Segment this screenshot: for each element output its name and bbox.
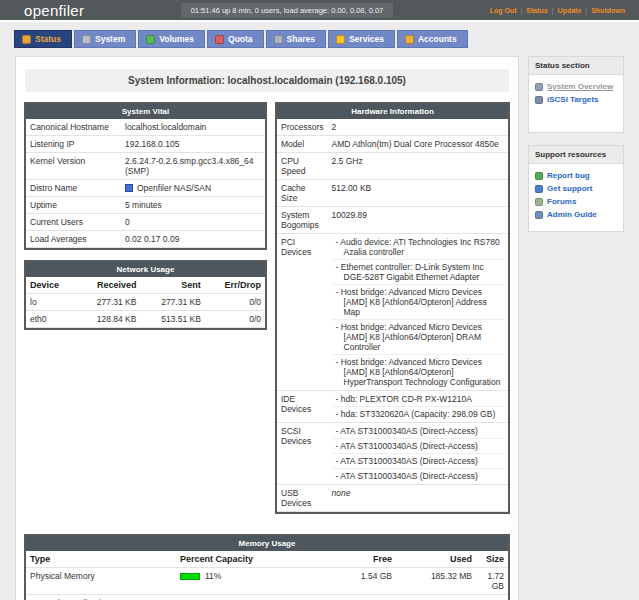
tab-label: System: [95, 34, 125, 44]
column-header: Size: [476, 551, 508, 568]
tab-label: Quota: [228, 34, 253, 44]
row-value: 0.02 0.17 0.09: [121, 231, 265, 248]
hardware-info-title: Hardware Information: [277, 104, 508, 119]
table-row: PCI Devices- Audio device: ATI Technolog…: [277, 234, 508, 391]
cell: 277.31 KB: [76, 294, 140, 311]
tab-status[interactable]: Status: [14, 30, 72, 48]
device-entry: - Host bridge: Advanced Micro Devices [A…: [332, 355, 504, 389]
openfiler-distro-icon: [125, 184, 133, 192]
system-vital-title: System Vital: [26, 104, 265, 119]
link-separator: |: [521, 7, 523, 14]
tab-volumes[interactable]: Volumes: [138, 30, 205, 48]
row-value: - ATA ST31000340AS (Direct-Access)- ATA …: [328, 423, 508, 485]
main-panel: System Information: localhost.localdomai…: [15, 56, 519, 600]
free-value: [326, 595, 396, 600]
sidebar-item-report-bug[interactable]: Report bug: [529, 169, 623, 182]
cell: eth0: [26, 311, 76, 328]
row-label: Model: [277, 136, 328, 153]
row-label: Distro Name: [26, 180, 121, 197]
tab-system[interactable]: System: [74, 30, 136, 48]
column-header: Device: [26, 277, 76, 294]
tab-shares[interactable]: Shares: [266, 30, 326, 48]
row-value: 2: [328, 119, 508, 136]
row-value: 2.6.24.7-0.2.6.smp.gcc3.4.x86_64 (SMP): [121, 153, 265, 180]
device-entry: - Ethernet controller: D-Link System Inc…: [332, 260, 504, 285]
tab-label: Accounts: [418, 34, 457, 44]
table-row: Cache Size512.00 KB: [277, 180, 508, 207]
status-section-title: Status section: [529, 57, 623, 75]
column-header: Err/Drop: [205, 277, 265, 294]
support-resources-box: Support resources Report bugGet supportF…: [528, 145, 624, 232]
sidebar-item-system-overview[interactable]: System Overview: [529, 80, 623, 93]
cell: 513.51 KB: [140, 311, 204, 328]
sidebar-item-get-support[interactable]: Get support: [529, 182, 623, 195]
get-support-icon: [535, 185, 543, 193]
system-overview-icon: [535, 83, 543, 91]
row-label: SCSI Devices: [277, 423, 328, 485]
column-header: Received: [76, 277, 140, 294]
tab-accounts[interactable]: Accounts: [397, 30, 468, 48]
sidebar-item-label: Forums: [547, 197, 576, 206]
table-row: Uptime5 minutes: [26, 197, 265, 214]
table-row: Canonical Hostnamelocalhost.localdomain: [26, 119, 265, 136]
table-row: Listening IP192.168.0.105: [26, 136, 265, 153]
admin-guide-icon: [535, 211, 543, 219]
top-bar: openfiler 01:51:46 up 8 min, 0 users, lo…: [0, 0, 639, 22]
row-value: 2.5 GHz: [328, 153, 508, 180]
table-row: IDE Devices- hdb: PLEXTOR CD-R PX-W1210A…: [277, 391, 508, 423]
memory-type: Physical Memory: [26, 568, 176, 595]
shutdown-link[interactable]: Shutdown: [591, 7, 625, 14]
log-out-link[interactable]: Log Out: [490, 7, 517, 14]
shares-tab-icon: [274, 35, 283, 44]
page-title: System Information: localhost.localdomai…: [25, 69, 509, 92]
device-entry: - ATA ST31000340AS (Direct-Access): [332, 439, 504, 454]
cell: lo: [26, 294, 76, 311]
update-link[interactable]: Update: [558, 7, 582, 14]
column-header: Percent Capacity: [176, 551, 326, 568]
cell: 0/0: [205, 294, 265, 311]
row-value: AMD Athlon(tm) Dual Core Processor 4850e: [328, 136, 508, 153]
sidebar-item-iscsi-targets[interactable]: iSCSI Targets: [529, 93, 623, 106]
table-row: lo277.31 KB277.31 KB0/0: [26, 294, 265, 311]
main-tab-bar: StatusSystemVolumesQuotaSharesServicesAc…: [0, 22, 639, 48]
memory-usage-title: Memory Usage: [26, 536, 508, 551]
sidebar-item-admin-guide[interactable]: Admin Guide: [529, 208, 623, 221]
row-value: none: [328, 485, 508, 512]
device-entry: - ATA ST31000340AS (Direct-Access): [332, 469, 504, 483]
table-row: USB Devicesnone: [277, 485, 508, 512]
row-label: System Bogomips: [277, 207, 328, 234]
size-value: 1.72 GB: [476, 568, 508, 595]
row-value: 5 minutes: [121, 197, 265, 214]
accounts-tab-icon: [405, 35, 414, 44]
status-tab-icon: [22, 35, 31, 44]
status-link[interactable]: Status: [526, 7, 547, 14]
table-row: Physical Memory11%1.54 GB185.32 MB1.72 G…: [26, 568, 508, 595]
row-label: Processors: [277, 119, 328, 136]
row-label: USB Devices: [277, 485, 328, 512]
row-label: Listening IP: [26, 136, 121, 153]
column-header: Type: [26, 551, 176, 568]
device-entry: - ATA ST31000340AS (Direct-Access): [332, 424, 504, 439]
device-entry: - Host bridge: Advanced Micro Devices [A…: [332, 320, 504, 355]
openfiler-logo: openfiler: [24, 2, 84, 19]
device-entry: - hda: ST3320620A (Capacity: 298.09 GB): [332, 407, 504, 421]
row-label: Load Averages: [26, 231, 121, 248]
table-row: CPU Speed2.5 GHz: [277, 153, 508, 180]
support-resources-title: Support resources: [529, 146, 623, 164]
network-usage-box: Network Usage DeviceReceivedSentErr/Drop…: [24, 260, 267, 330]
top-links: Log Out|Status|Update|Shutdown: [490, 7, 625, 14]
sidebar-item-forums[interactable]: Forums: [529, 195, 623, 208]
content-layout: System Information: localhost.localdomai…: [15, 56, 624, 600]
column-header: Used: [396, 551, 476, 568]
uptime-status: 01:51:46 up 8 min, 0 users, load average…: [181, 3, 394, 18]
table-row: System Bogomips10029.89: [277, 207, 508, 234]
tab-quota[interactable]: Quota: [207, 30, 264, 48]
device-entry: - Audio device: ATI Technologies Inc RS7…: [332, 235, 504, 260]
tab-label: Volumes: [159, 34, 194, 44]
forums-icon: [535, 198, 543, 206]
tab-services[interactable]: Services: [328, 30, 395, 48]
size-value: [476, 595, 508, 600]
table-row: ModelAMD Athlon(tm) Dual Core Processor …: [277, 136, 508, 153]
row-value: 512.00 KB: [328, 180, 508, 207]
row-label: Canonical Hostname: [26, 119, 121, 136]
